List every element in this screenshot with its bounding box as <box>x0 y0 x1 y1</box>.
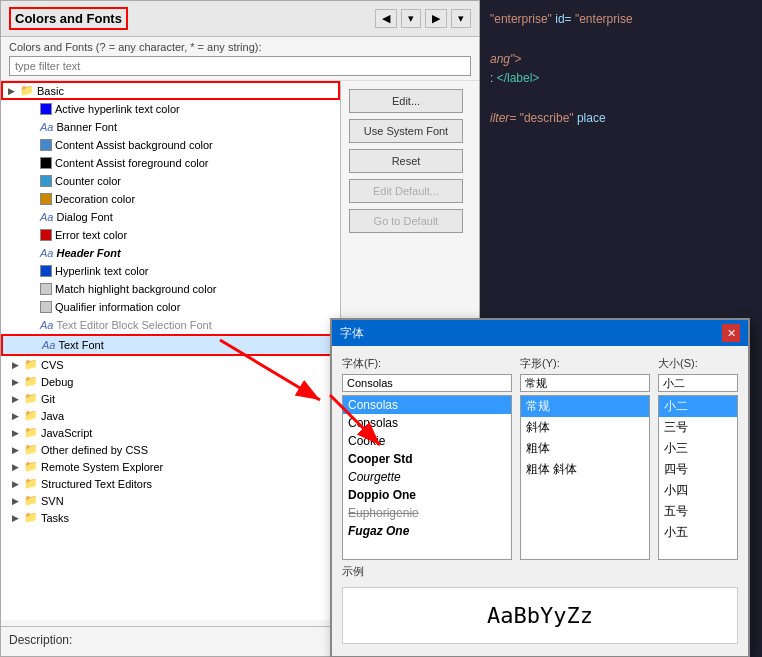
style-list[interactable]: 常规斜体粗体粗体 斜体 <box>520 395 650 560</box>
tree-item-label: Decoration color <box>55 193 135 205</box>
color-swatch <box>40 301 52 313</box>
tree-item-other-css[interactable]: ▶📁Other defined by CSS <box>1 441 340 458</box>
dialog-body: 字体(F): ConsolasConsolasCookieCooper StdC… <box>332 346 748 654</box>
tree-item-qualifier[interactable]: Qualifier information color <box>1 298 340 316</box>
tree-item-label: JavaScript <box>41 427 92 439</box>
tree-item-label: CVS <box>41 359 64 371</box>
folder-icon: 📁 <box>20 84 34 97</box>
tree-item-content-assist-bg[interactable]: Content Assist background color <box>1 136 340 154</box>
go-to-default-button[interactable]: Go to Default <box>349 209 463 233</box>
font-column: 字体(F): ConsolasConsolasCookieCooper StdC… <box>342 356 512 560</box>
use-system-font-button[interactable]: Use System Font <box>349 119 463 143</box>
forward-button[interactable]: ▶ <box>425 9 447 28</box>
tree-item-label: SVN <box>41 495 64 507</box>
font-input[interactable] <box>342 374 512 392</box>
tree-item-structured-text[interactable]: ▶📁Structured Text Editors <box>1 475 340 492</box>
tree-item-cvs[interactable]: ▶📁CVS <box>1 356 340 373</box>
tree-item-label: Counter color <box>55 175 121 187</box>
tree-item-java[interactable]: ▶📁Java <box>1 407 340 424</box>
folder-icon: 📁 <box>24 375 38 388</box>
tree-item-match-highlight[interactable]: Match highlight background color <box>1 280 340 298</box>
description-label: Description: <box>9 633 72 647</box>
style-input[interactable] <box>520 374 650 392</box>
filter-label: Colors and Fonts (? = any character, * =… <box>9 41 471 53</box>
dropdown-button[interactable]: ▾ <box>401 9 421 28</box>
tree-item-hyperlink-text[interactable]: Hyperlink text color <box>1 262 340 280</box>
size-column: 大小(S): 小二三号小三四号小四五号小五 <box>658 356 738 560</box>
edit-default-button[interactable]: Edit Default... <box>349 179 463 203</box>
nav-buttons: ◀ ▾ ▶ ▾ <box>375 9 471 28</box>
size-list[interactable]: 小二三号小三四号小四五号小五 <box>658 395 738 560</box>
font-list-item[interactable]: Doppio One <box>343 486 511 504</box>
code-line-1: "enterprise" id= "enterprise <box>490 10 752 29</box>
tree-item-banner-font[interactable]: AaBanner Font <box>1 118 340 136</box>
tree-item-svn[interactable]: ▶📁SVN <box>1 492 340 509</box>
tree-panel[interactable]: ▶📁Basic Active hyperlink text color AaBa… <box>1 81 341 620</box>
expand-icon: ▶ <box>9 512 21 524</box>
code-line-2: ang"> <box>490 50 752 69</box>
folder-icon: 📁 <box>24 358 38 371</box>
style-list-item[interactable]: 常规 <box>521 396 649 417</box>
edit-button[interactable]: Edit... <box>349 89 463 113</box>
font-list-item[interactable]: Euphorigenie <box>343 504 511 522</box>
expand-icon: ▶ <box>9 393 21 405</box>
tree-item-error-text[interactable]: Error text color <box>1 226 340 244</box>
reset-button[interactable]: Reset <box>349 149 463 173</box>
code-content: "enterprise" id= "enterprise ang"> : </l… <box>480 0 762 138</box>
tree-item-basic[interactable]: ▶📁Basic <box>1 81 340 100</box>
size-list-item[interactable]: 四号 <box>659 459 737 480</box>
font-list[interactable]: ConsolasConsolasCookieCooper StdCourgett… <box>342 395 512 560</box>
size-list-item[interactable]: 五号 <box>659 501 737 522</box>
panel-title: Colors and Fonts <box>9 7 128 30</box>
expand-icon: ▶ <box>9 376 21 388</box>
font-list-item[interactable]: Fugaz One <box>343 522 511 540</box>
tree-item-label: Content Assist background color <box>55 139 213 151</box>
tree-item-debug[interactable]: ▶📁Debug <box>1 373 340 390</box>
size-list-item[interactable]: 小三 <box>659 438 737 459</box>
tree-item-decoration-color[interactable]: Decoration color <box>1 190 340 208</box>
font-icon: Aa <box>40 211 53 223</box>
tree-item-label: Dialog Font <box>56 211 112 223</box>
size-list-item[interactable]: 小四 <box>659 480 737 501</box>
size-input[interactable] <box>658 374 738 392</box>
tree-item-remote-system[interactable]: ▶📁Remote System Explorer <box>1 458 340 475</box>
tree-item-tasks[interactable]: ▶📁Tasks <box>1 509 340 526</box>
size-list-item[interactable]: 小二 <box>659 396 737 417</box>
size-list-item[interactable]: 小五 <box>659 522 737 543</box>
font-col-label: 字体(F): <box>342 356 512 371</box>
font-list-item[interactable]: Cooper Std <box>343 450 511 468</box>
tree-item-label: Debug <box>41 376 73 388</box>
tree-item-label: Git <box>41 393 55 405</box>
tree-item-dialog-font[interactable]: AaDialog Font <box>1 208 340 226</box>
tree-item-counter-color[interactable]: Counter color <box>1 172 340 190</box>
style-list-item[interactable]: 粗体 <box>521 438 649 459</box>
tree-item-git[interactable]: ▶📁Git <box>1 390 340 407</box>
tree-item-label: Text Font <box>58 339 103 351</box>
preview-text: AaBbYyZz <box>342 587 738 644</box>
tree-item-active-hyperlink[interactable]: Active hyperlink text color <box>1 100 340 118</box>
dialog-close-button[interactable]: ✕ <box>722 324 740 342</box>
font-list-item[interactable]: Consolas <box>343 396 511 414</box>
expand-icon: ▶ <box>9 410 21 422</box>
tree-item-text-editor-block[interactable]: AaText Editor Block Selection Font <box>1 316 340 334</box>
dropdown-forward-button[interactable]: ▾ <box>451 9 471 28</box>
search-input[interactable] <box>9 56 471 76</box>
size-list-item[interactable]: 三号 <box>659 417 737 438</box>
color-swatch <box>40 229 52 241</box>
color-swatch <box>40 265 52 277</box>
tree-item-javascript[interactable]: ▶📁JavaScript <box>1 424 340 441</box>
style-list-item[interactable]: 斜体 <box>521 417 649 438</box>
folder-icon: 📁 <box>24 409 38 422</box>
font-list-item[interactable]: Courgette <box>343 468 511 486</box>
tree-item-content-assist-fg[interactable]: Content Assist foreground color <box>1 154 340 172</box>
style-list-item[interactable]: 粗体 斜体 <box>521 459 649 480</box>
font-list-item[interactable]: Consolas <box>343 414 511 432</box>
font-icon: Aa <box>40 319 53 331</box>
tree-item-header-font[interactable]: AaHeader Font <box>1 244 340 262</box>
folder-icon: 📁 <box>24 494 38 507</box>
color-swatch <box>40 283 52 295</box>
font-list-item[interactable]: Cookie <box>343 432 511 450</box>
font-icon: Aa <box>40 247 53 259</box>
back-button[interactable]: ◀ <box>375 9 397 28</box>
tree-item-text-font[interactable]: AaText Font <box>1 334 340 356</box>
